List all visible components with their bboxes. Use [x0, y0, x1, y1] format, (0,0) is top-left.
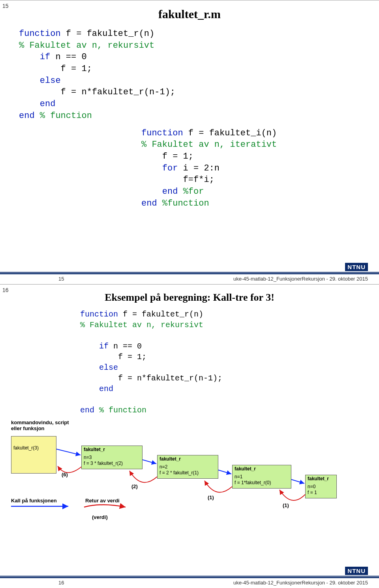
slide-title: Eksempel på beregning: Kall-tre for 3! — [11, 292, 368, 303]
return-value-1b: (1) — [283, 502, 289, 508]
box-body: n=0 f = 1 — [306, 483, 336, 498]
kw-else: else — [19, 76, 61, 86]
legend-value-label: (verdi) — [92, 514, 108, 520]
footer-page-number: 16 — [58, 580, 64, 586]
code-text: f = fakultet_i(n) — [183, 128, 277, 138]
page-number-corner: 16 — [2, 287, 9, 293]
box-header: fakultet_r — [233, 465, 291, 473]
box-body: n=2 f = 2 * fakultet_r(1) — [158, 463, 218, 478]
svg-line-0 — [56, 449, 81, 455]
box-header: fakultet_r — [82, 446, 142, 453]
kw-if: if — [80, 342, 109, 351]
code-comment: %function — [162, 198, 209, 208]
kw-end: end — [19, 111, 40, 121]
code-comment: % Fakultet av n, iterativt — [141, 140, 277, 150]
code-comment: % function — [40, 111, 92, 121]
kw-else: else — [80, 363, 118, 372]
return-value-6: (6) — [62, 472, 68, 478]
box-body: n=3 f = 3 * fakultet_r(2) — [82, 453, 142, 469]
kw-end: end — [141, 198, 162, 208]
code-text: i = 2:n — [178, 163, 220, 173]
recursion-box-2: fakultet_r n=2 f = 2 * fakultet_r(1) — [157, 455, 218, 479]
caller-label: kommandovindu, script eller funksjon — [11, 419, 69, 431]
return-value-1a: (1) — [208, 494, 214, 500]
code-comment: % Fakultet av n, rekursivt — [80, 320, 203, 330]
svg-line-2 — [218, 470, 231, 474]
code-comment: % function — [99, 406, 146, 415]
footer-page-number: 15 — [58, 276, 64, 282]
code-comment: % Fakultet av n, rekursivt — [19, 41, 154, 51]
kw-function: function — [19, 29, 61, 39]
call-tree-diagram: kommandovindu, script eller funksjon fak… — [11, 419, 368, 522]
code-text: f = 1; — [80, 352, 146, 361]
code-text: f = fakultet_r(n) — [118, 310, 203, 319]
kw-function: function — [141, 128, 183, 138]
page-number-corner: 15 — [2, 3, 9, 9]
kw-if: if — [19, 52, 50, 62]
ntnu-badge: NTNU — [345, 263, 368, 271]
footer-text: uke-45-matlab-12_FunksjonerRekursjon - 2… — [64, 580, 368, 586]
box-body: n=1 f = 1*fakultet_r(0) — [233, 473, 291, 488]
code-text: f = n*fakultet_r(n-1); — [19, 87, 175, 97]
box-header: fakultet_r — [158, 455, 218, 463]
recursion-box-3: fakultet_r n=1 f = 1*fakultet_r(0) — [232, 465, 291, 489]
box-header: fakultet_r — [306, 475, 336, 483]
caller-box: fakultet_r(3) — [11, 436, 56, 474]
legend-return-label: Retur av verdi — [85, 498, 120, 504]
return-value-2: (2) — [131, 483, 138, 489]
slide-title: fakultet_r.m — [11, 7, 368, 21]
kw-end: end — [80, 384, 113, 393]
recursion-box-1: fakultet_r n=3 f = 3 * fakultet_r(2) — [81, 446, 143, 469]
recursion-box-4: fakultet_r n=0 f = 1 — [305, 475, 337, 498]
footer-text: uke-45-matlab-12_FunksjonerRekursjon - 2… — [64, 276, 368, 282]
code-block-recursive: function f = fakultet_r(n) % Fakultet av… — [19, 28, 368, 122]
code-text: f = 1; — [141, 152, 193, 161]
kw-end: end — [19, 99, 55, 109]
caller-call-text: fakultet_r(3) — [11, 436, 56, 453]
ntnu-badge: NTNU — [345, 567, 368, 575]
kw-end: end — [141, 187, 183, 197]
code-block-recursive: function f = fakultet_r(n) % Fakultet av… — [80, 309, 368, 416]
code-text: f = n*fakultet_r(n-1); — [80, 374, 222, 383]
svg-line-1 — [143, 460, 156, 464]
code-text: f=f*i; — [141, 175, 214, 185]
kw-for: for — [141, 163, 178, 173]
code-text: n == 0 — [109, 342, 142, 351]
code-text: f = fakultet_r(n) — [61, 29, 155, 39]
kw-function: function — [80, 310, 118, 319]
code-comment: %for — [183, 187, 204, 197]
code-text: n == 0 — [50, 52, 86, 62]
kw-end: end — [80, 406, 99, 415]
code-block-iterative: function f = fakultet_i(n) % Fakultet av… — [141, 127, 368, 210]
legend-call-label: Kall på funksjonen — [11, 498, 57, 504]
svg-line-3 — [291, 479, 304, 483]
code-text: f = 1; — [19, 64, 92, 74]
